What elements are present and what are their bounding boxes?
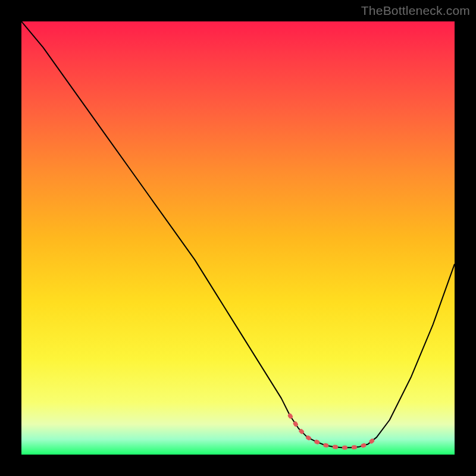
- chart-svg: [21, 21, 455, 455]
- valley-highlight: [290, 415, 377, 447]
- chart-plot-area: [21, 21, 455, 455]
- curve-black: [21, 21, 455, 447]
- watermark-text: TheBottleneck.com: [361, 4, 470, 18]
